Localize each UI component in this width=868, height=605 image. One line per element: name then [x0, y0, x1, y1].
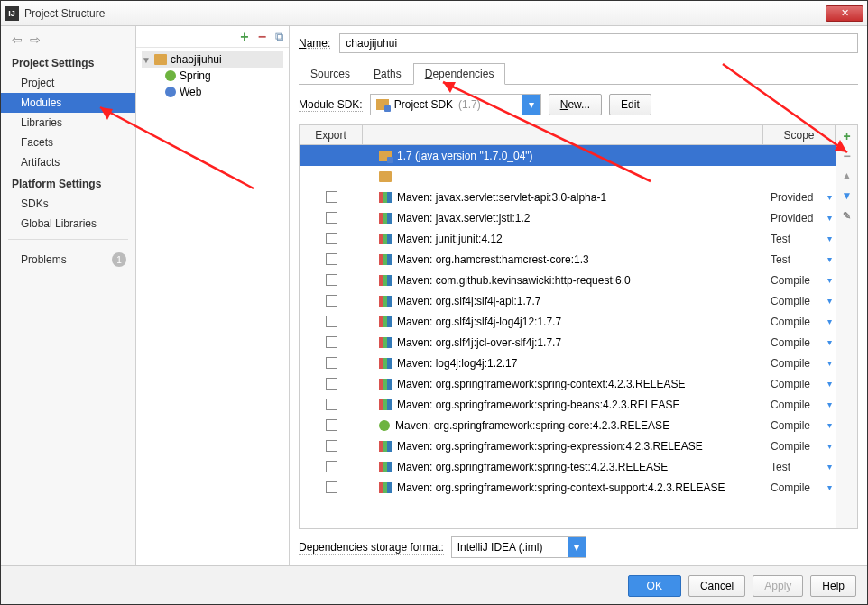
- export-checkbox[interactable]: [326, 295, 337, 307]
- tree-expand-icon[interactable]: ▼: [142, 55, 151, 65]
- sidebar-item-problems[interactable]: Problems 1: [1, 249, 135, 270]
- dependency-row[interactable]: Maven: org.springframework:spring-core:4…: [300, 415, 836, 435]
- dropdown-arrow-icon[interactable]: ▾: [522, 95, 540, 115]
- scope-dropdown-icon[interactable]: ▾: [827, 192, 832, 202]
- export-checkbox[interactable]: [326, 191, 337, 203]
- sidebar-item-artifacts[interactable]: Artifacts: [1, 152, 135, 172]
- export-checkbox[interactable]: [326, 461, 337, 472]
- export-checkbox[interactable]: [326, 253, 337, 265]
- library-icon: [379, 441, 392, 452]
- scope-dropdown-icon[interactable]: ▾: [827, 462, 832, 472]
- export-checkbox[interactable]: [326, 274, 337, 286]
- export-checkbox[interactable]: [326, 481, 337, 493]
- dependency-row[interactable]: Maven: org.slf4j:jcl-over-slf4j:1.7.7Com…: [300, 332, 836, 353]
- col-name[interactable]: [363, 125, 763, 144]
- new-sdk-button[interactable]: New...: [549, 94, 602, 115]
- dropdown-arrow-icon[interactable]: ▾: [568, 537, 586, 557]
- module-name-input[interactable]: [339, 33, 858, 53]
- edit-dependency-icon[interactable]: ✎: [840, 208, 854, 223]
- scope-dropdown-icon[interactable]: ▾: [827, 254, 832, 264]
- web-icon: [165, 87, 176, 97]
- export-checkbox[interactable]: [326, 440, 337, 452]
- tab-dependencies[interactable]: Dependencies: [413, 63, 506, 85]
- scope-dropdown-icon[interactable]: ▾: [827, 379, 832, 389]
- export-checkbox[interactable]: [326, 336, 337, 348]
- scope-value: Compile: [771, 295, 810, 307]
- sidebar-item-modules[interactable]: Modules: [1, 93, 135, 113]
- export-checkbox[interactable]: [326, 399, 337, 410]
- export-checkbox[interactable]: [326, 233, 337, 244]
- tree-item[interactable]: Web: [142, 84, 283, 100]
- scope-dropdown-icon[interactable]: ▾: [827, 296, 832, 306]
- dependency-name: Maven: org.springframework:spring-expres…: [397, 440, 703, 453]
- scope-dropdown-icon[interactable]: ▾: [827, 316, 832, 326]
- move-up-icon[interactable]: ▲: [840, 169, 854, 183]
- scope-dropdown-icon[interactable]: ▾: [827, 482, 832, 492]
- dependency-row[interactable]: Maven: org.slf4j:slf4j-api:1.7.7Compile▾: [300, 290, 836, 311]
- copy-module-icon[interactable]: ⧉: [275, 30, 283, 44]
- col-scope[interactable]: Scope: [763, 125, 836, 144]
- dependency-row[interactable]: Maven: org.springframework:spring-contex…: [300, 373, 836, 394]
- add-dependency-icon[interactable]: +: [840, 129, 854, 143]
- dependency-row[interactable]: Maven: org.springframework:spring-contex…: [300, 477, 836, 498]
- ok-button[interactable]: OK: [628, 575, 681, 597]
- sidebar-item-project[interactable]: Project: [1, 73, 135, 93]
- col-export[interactable]: Export: [300, 125, 363, 144]
- dependency-row[interactable]: Maven: javax.servlet:servlet-api:3.0-alp…: [300, 187, 836, 207]
- library-icon: [379, 316, 392, 327]
- move-down-icon[interactable]: ▼: [840, 188, 854, 203]
- add-module-icon[interactable]: +: [240, 29, 248, 45]
- folder-icon: [154, 54, 167, 65]
- tabs: SourcesPathsDependencies: [299, 62, 858, 85]
- scope-dropdown-icon[interactable]: ▾: [827, 275, 832, 285]
- dependency-row[interactable]: Maven: org.slf4j:slf4j-log4j12:1.7.7Comp…: [300, 311, 836, 332]
- module-tree-panel: + − ⧉ ▼ chaojijuhui SpringWeb: [136, 26, 290, 565]
- nav-back-icon[interactable]: ⇦: [12, 33, 23, 46]
- scope-value: Compile: [771, 399, 810, 411]
- dependency-name: Maven: org.slf4j:slf4j-api:1.7.7: [397, 295, 540, 307]
- sidebar-item-sdks[interactable]: SDKs: [1, 194, 135, 214]
- tab-paths[interactable]: Paths: [362, 63, 413, 85]
- export-checkbox[interactable]: [326, 357, 337, 369]
- storage-format-select[interactable]: IntelliJ IDEA (.iml) ▾: [451, 536, 586, 558]
- export-checkbox[interactable]: [326, 378, 337, 390]
- library-icon: [379, 379, 392, 390]
- tree-root[interactable]: ▼ chaojijuhui: [142, 51, 283, 68]
- dependency-row[interactable]: 1.7 (java version "1.7.0_04"): [300, 145, 836, 166]
- sidebar-item-libraries[interactable]: Libraries: [1, 113, 135, 133]
- tree-item[interactable]: Spring: [142, 68, 283, 84]
- remove-dependency-icon[interactable]: −: [840, 149, 854, 163]
- scope-dropdown-icon[interactable]: ▾: [827, 441, 832, 451]
- dependency-row[interactable]: Maven: log4j:log4j:1.2.17Compile▾: [300, 353, 836, 373]
- dependency-row[interactable]: Maven: org.springframework:spring-test:4…: [300, 456, 836, 477]
- scope-dropdown-icon[interactable]: ▾: [827, 213, 832, 223]
- dependency-row[interactable]: Maven: javax.servlet:jstl:1.2Provided▾: [300, 207, 836, 228]
- scope-dropdown-icon[interactable]: ▾: [827, 337, 832, 347]
- scope-dropdown-icon[interactable]: ▾: [827, 420, 832, 430]
- dependency-row[interactable]: [300, 166, 836, 187]
- export-checkbox[interactable]: [326, 316, 337, 327]
- apply-button[interactable]: Apply: [753, 575, 803, 597]
- help-button[interactable]: Help: [810, 575, 856, 597]
- dependency-row[interactable]: Maven: org.hamcrest:hamcrest-core:1.3Tes…: [300, 249, 836, 270]
- module-sdk-select[interactable]: Project SDK (1.7) ▾: [370, 94, 541, 115]
- cancel-button[interactable]: Cancel: [688, 575, 745, 597]
- edit-sdk-button[interactable]: Edit: [609, 94, 651, 115]
- scope-dropdown-icon[interactable]: ▾: [827, 234, 832, 243]
- export-checkbox[interactable]: [326, 212, 337, 224]
- spring-icon: [165, 70, 176, 81]
- dependency-row[interactable]: Maven: com.github.kevinsawicki:http-requ…: [300, 270, 836, 290]
- dependency-row[interactable]: Maven: org.springframework:spring-expres…: [300, 435, 836, 456]
- sidebar-item-global-libraries[interactable]: Global Libraries: [1, 214, 135, 234]
- remove-module-icon[interactable]: −: [258, 29, 266, 45]
- dependency-row[interactable]: Maven: junit:junit:4.12Test▾: [300, 228, 836, 249]
- sidebar-item-facets[interactable]: Facets: [1, 133, 135, 152]
- scope-dropdown-icon[interactable]: ▾: [827, 399, 832, 409]
- export-checkbox[interactable]: [326, 419, 337, 431]
- scope-dropdown-icon[interactable]: ▾: [827, 358, 832, 368]
- dependency-row[interactable]: Maven: org.springframework:spring-beans:…: [300, 394, 836, 415]
- tab-sources[interactable]: Sources: [299, 63, 362, 85]
- nav-forward-icon[interactable]: ⇨: [30, 33, 41, 46]
- close-button[interactable]: ✕: [826, 5, 863, 22]
- library-icon: [379, 254, 392, 265]
